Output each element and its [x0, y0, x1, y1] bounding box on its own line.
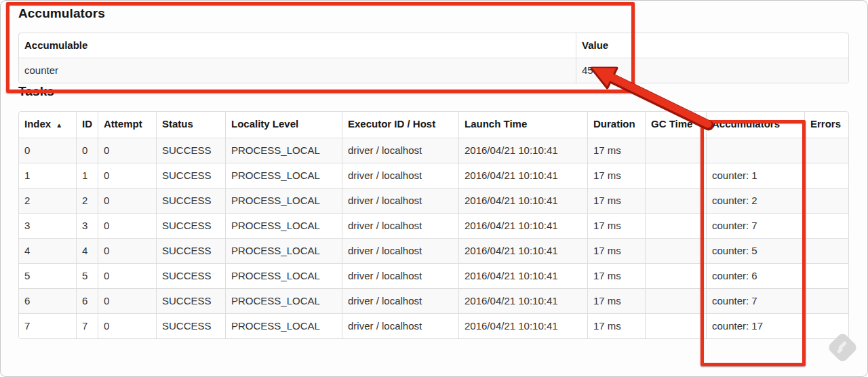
task-cell-launch-time: 2016/04/21 10:10:41 [458, 263, 587, 288]
task-cell-index: 1 [19, 163, 76, 188]
task-cell-duration: 17 ms [587, 138, 645, 163]
task-cell-attempt: 0 [98, 288, 156, 313]
column-header-label: GC Time [651, 118, 692, 130]
task-cell-gc-time [645, 238, 706, 263]
accumulators-section-title: Accumulators [18, 5, 849, 22]
task-cell-accumulators: counter: 1 [706, 163, 804, 188]
task-cell-locality-level: PROCESS_LOCAL [225, 313, 342, 338]
task-cell-status: SUCCESS [156, 238, 225, 263]
task-cell-id: 4 [76, 238, 98, 263]
task-header-id[interactable]: ID [76, 112, 98, 138]
task-cell-attempt: 0 [98, 263, 156, 288]
task-cell-attempt: 0 [98, 138, 156, 163]
task-cell-errors [804, 238, 849, 263]
task-cell-errors [804, 188, 849, 213]
accumulators-table-wrap: AccumulableValuecounter45 [18, 33, 849, 83]
task-cell-launch-time: 2016/04/21 10:10:41 [458, 313, 587, 338]
column-header-label: Value [582, 39, 608, 51]
task-header-index[interactable]: Index▲ [19, 112, 76, 138]
task-cell-duration: 17 ms [587, 263, 645, 288]
task-cell-executor-id-host: driver / localhost [342, 138, 458, 163]
task-cell-gc-time [645, 163, 706, 188]
task-cell-index: 6 [19, 288, 76, 313]
task-row: 110SUCCESSPROCESS_LOCALdriver / localhos… [19, 163, 849, 188]
task-cell-accumulators [706, 138, 804, 163]
task-header-executor-id-host[interactable]: Executor ID / Host [342, 112, 458, 138]
task-cell-accumulators: counter: 7 [706, 288, 804, 313]
task-cell-duration: 17 ms [587, 188, 645, 213]
task-cell-id: 1 [76, 163, 98, 188]
task-cell-index: 3 [19, 213, 76, 238]
task-cell-executor-id-host: driver / localhost [342, 188, 458, 213]
watermark-stripe [837, 347, 844, 354]
task-cell-id: 2 [76, 188, 98, 213]
task-cell-executor-id-host: driver / localhost [342, 238, 458, 263]
task-cell-attempt: 0 [98, 238, 156, 263]
task-cell-accumulators: counter: 2 [706, 188, 804, 213]
task-cell-attempt: 0 [98, 213, 156, 238]
column-header-label: Index [24, 118, 51, 130]
task-cell-id: 0 [76, 138, 98, 163]
accumulable-header-accumulable[interactable]: Accumulable [19, 33, 576, 58]
task-cell-duration: 17 ms [587, 288, 645, 313]
task-header-gc-time[interactable]: GC Time [645, 112, 706, 138]
stage-page-content: Accumulators AccumulableValuecounter45 T… [18, 5, 849, 339]
task-cell-status: SUCCESS [156, 213, 225, 238]
task-cell-launch-time: 2016/04/21 10:10:41 [458, 238, 587, 263]
task-cell-accumulators: counter: 17 [706, 313, 804, 338]
task-cell-locality-level: PROCESS_LOCAL [225, 188, 342, 213]
task-cell-errors [804, 263, 849, 288]
task-cell-id: 6 [76, 288, 98, 313]
task-cell-locality-level: PROCESS_LOCAL [225, 138, 342, 163]
task-header-duration[interactable]: Duration [587, 112, 645, 138]
task-cell-executor-id-host: driver / localhost [342, 163, 458, 188]
task-cell-locality-level: PROCESS_LOCAL [225, 238, 342, 263]
task-cell-locality-level: PROCESS_LOCAL [225, 288, 342, 313]
task-cell-index: 4 [19, 238, 76, 263]
task-cell-launch-time: 2016/04/21 10:10:41 [458, 213, 587, 238]
task-row: 550SUCCESSPROCESS_LOCALdriver / localhos… [19, 263, 849, 288]
task-cell-gc-time [645, 313, 706, 338]
task-cell-index: 2 [19, 188, 76, 213]
task-header-errors[interactable]: Errors [804, 112, 849, 138]
task-cell-errors [804, 138, 849, 163]
task-cell-status: SUCCESS [156, 263, 225, 288]
task-cell-executor-id-host: driver / localhost [342, 263, 458, 288]
accumulable-cell-accumulable: counter [19, 58, 576, 83]
task-row: 770SUCCESSPROCESS_LOCALdriver / localhos… [19, 313, 849, 338]
watermark-stripe [838, 341, 847, 350]
task-cell-launch-time: 2016/04/21 10:10:41 [458, 163, 587, 188]
task-cell-accumulators: counter: 5 [706, 238, 804, 263]
task-cell-status: SUCCESS [156, 163, 225, 188]
task-cell-duration: 17 ms [587, 238, 645, 263]
task-cell-locality-level: PROCESS_LOCAL [225, 213, 342, 238]
task-cell-launch-time: 2016/04/21 10:10:41 [458, 288, 587, 313]
task-row: 000SUCCESSPROCESS_LOCALdriver / localhos… [19, 138, 849, 163]
task-cell-executor-id-host: driver / localhost [342, 213, 458, 238]
task-cell-status: SUCCESS [156, 138, 225, 163]
column-header-label: Executor ID / Host [348, 118, 435, 130]
task-header-launch-time[interactable]: Launch Time [458, 112, 587, 138]
accumulable-header-value[interactable]: Value [576, 33, 849, 58]
task-cell-index: 7 [19, 313, 76, 338]
task-row: 330SUCCESSPROCESS_LOCALdriver / localhos… [19, 213, 849, 238]
task-cell-accumulators: counter: 7 [706, 213, 804, 238]
task-row: 660SUCCESSPROCESS_LOCALdriver / localhos… [19, 288, 849, 313]
task-cell-attempt: 0 [98, 313, 156, 338]
task-header-attempt[interactable]: Attempt [98, 112, 156, 138]
accumulable-cell-value: 45 [576, 58, 849, 83]
task-cell-status: SUCCESS [156, 288, 225, 313]
task-cell-index: 0 [19, 138, 76, 163]
sort-ascending-icon: ▲ [56, 121, 62, 129]
task-cell-errors [804, 213, 849, 238]
task-cell-errors [804, 288, 849, 313]
task-cell-id: 5 [76, 263, 98, 288]
task-cell-launch-time: 2016/04/21 10:10:41 [458, 188, 587, 213]
task-header-accumulators[interactable]: Accumulators [706, 112, 804, 138]
task-cell-gc-time [645, 263, 706, 288]
task-header-locality-level[interactable]: Locality Level [225, 112, 342, 138]
task-cell-executor-id-host: driver / localhost [342, 313, 458, 338]
task-cell-attempt: 0 [98, 163, 156, 188]
task-header-status[interactable]: Status [156, 112, 225, 138]
column-header-label: Accumulators [712, 118, 780, 130]
